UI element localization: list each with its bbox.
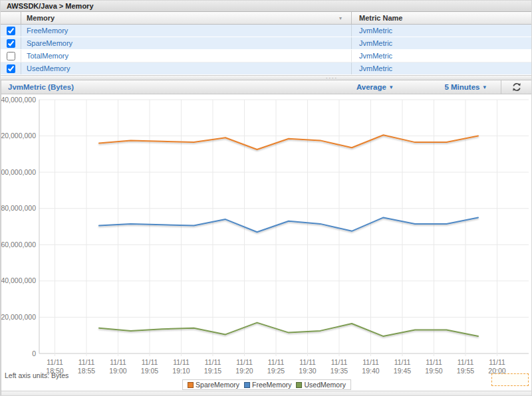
refresh-icon — [511, 82, 522, 92]
svg-text:19:55: 19:55 — [457, 367, 474, 375]
table-row[interactable]: TotalMemory JvmMetric — [1, 50, 532, 62]
svg-text:19:50: 19:50 — [425, 367, 442, 375]
metric-name-link[interactable]: JvmMetric — [359, 52, 392, 60]
svg-text:11/11: 11/11 — [331, 358, 348, 366]
svg-text:19:40: 19:40 — [362, 367, 379, 375]
metric-dimension-link[interactable]: SpareMemory — [27, 39, 72, 47]
svg-text:120,000,000: 120,000,000 — [1, 132, 36, 140]
axis-units-label: Left axis units: Bytes — [5, 371, 68, 379]
svg-text:11/11: 11/11 — [236, 358, 253, 366]
svg-text:40,000,000: 40,000,000 — [1, 276, 36, 284]
legend-swatch-icon — [188, 382, 194, 388]
panel-footer-strip — [1, 391, 532, 396]
svg-text:19:15: 19:15 — [204, 367, 221, 375]
metric-name-link[interactable]: JvmMetric — [359, 39, 392, 47]
svg-text:11/11: 11/11 — [489, 358, 505, 366]
chevron-down-icon: ▾ — [483, 84, 486, 90]
table-row[interactable]: UsedMemory JvmMetric — [1, 62, 532, 75]
column-header-memory[interactable]: Memory ▾ — [21, 12, 351, 24]
cloudwatch-metrics-screen: AWSSDK/Java > Memory Memory ▾ Metric Nam… — [0, 0, 532, 396]
svg-text:18:55: 18:55 — [78, 367, 95, 375]
svg-text:19:35: 19:35 — [331, 367, 348, 375]
table-row[interactable]: SpareMemory JvmMetric — [1, 37, 532, 50]
svg-text:19:20: 19:20 — [235, 367, 253, 375]
metric-table: Memory ▾ Metric Name FreeMemory JvmMetri… — [1, 12, 532, 75]
metric-dimension-link[interactable]: UsedMemory — [27, 64, 70, 72]
svg-text:80,000,000: 80,000,000 — [1, 204, 36, 212]
svg-text:11/11: 11/11 — [394, 358, 411, 366]
chevron-down-icon: ▾ — [390, 84, 393, 90]
pane-resize-handle[interactable]: .... — [1, 75, 532, 80]
svg-text:19:25: 19:25 — [267, 367, 285, 375]
chart-legend: SpareMemory FreeMemory UsedMemory — [182, 379, 351, 390]
svg-text:11/11: 11/11 — [426, 358, 442, 366]
metric-dimension-link[interactable]: FreeMemory — [27, 27, 68, 35]
chart-panel-header: JvmMetric (Bytes) Average ▾ 5 Minutes ▾ — [1, 80, 532, 94]
svg-text:100,000,000: 100,000,000 — [1, 168, 36, 176]
svg-text:19:30: 19:30 — [299, 367, 316, 375]
row-checkbox[interactable] — [7, 52, 15, 60]
table-header-row: Memory ▾ Metric Name — [1, 12, 532, 25]
legend-swatch-icon — [297, 382, 303, 388]
sort-arrow-icon[interactable]: ▾ — [339, 15, 342, 21]
legend-item[interactable]: FreeMemory — [244, 381, 292, 389]
period-dropdown[interactable]: 5 Minutes ▾ — [444, 83, 486, 91]
svg-text:140,000,000: 140,000,000 — [1, 96, 36, 104]
svg-text:19:10: 19:10 — [172, 367, 190, 375]
refresh-button[interactable] — [511, 81, 523, 93]
row-checkbox[interactable] — [7, 39, 15, 48]
svg-text:0: 0 — [32, 349, 36, 357]
grip-dots-icon: .... — [326, 73, 338, 80]
metric-dimension-link[interactable]: TotalMemory — [27, 52, 68, 60]
legend-item[interactable]: SpareMemory — [188, 381, 239, 389]
breadcrumb: AWSSDK/Java > Memory — [1, 1, 532, 12]
svg-text:11/11: 11/11 — [110, 358, 126, 366]
chart-panel: JvmMetric (Bytes) Average ▾ 5 Minutes ▾ — [1, 80, 532, 396]
svg-text:11/11: 11/11 — [362, 358, 379, 366]
refresh-zone — [501, 80, 532, 94]
metrics-line-chart: 020,000,00040,000,00060,000,00080,000,00… — [1, 94, 532, 380]
legend-swatch-icon — [244, 382, 250, 388]
chart-title: JvmMetric (Bytes) — [1, 83, 356, 91]
svg-text:11/11: 11/11 — [173, 358, 190, 366]
svg-text:11/11: 11/11 — [268, 358, 285, 366]
legend-item[interactable]: UsedMemory — [297, 381, 346, 389]
chart-plot-area[interactable]: 020,000,00040,000,00060,000,00080,000,00… — [1, 94, 532, 380]
column-header-metric-name[interactable]: Metric Name — [351, 12, 532, 24]
svg-text:11/11: 11/11 — [299, 358, 316, 366]
svg-text:19:45: 19:45 — [394, 367, 411, 375]
svg-text:19:00: 19:00 — [109, 367, 126, 375]
table-row[interactable]: FreeMemory JvmMetric — [1, 25, 532, 37]
svg-text:11/11: 11/11 — [142, 358, 158, 366]
drop-target-outline — [491, 373, 529, 386]
statistic-dropdown[interactable]: Average ▾ — [356, 83, 393, 91]
svg-text:60,000,000: 60,000,000 — [1, 241, 36, 248]
row-checkbox[interactable] — [7, 27, 15, 35]
svg-text:19:05: 19:05 — [141, 367, 158, 375]
svg-text:20,000,000: 20,000,000 — [1, 313, 36, 321]
svg-text:11/11: 11/11 — [205, 358, 221, 366]
svg-text:11/11: 11/11 — [47, 358, 63, 366]
row-checkbox[interactable] — [7, 64, 15, 73]
metric-name-link[interactable]: JvmMetric — [359, 27, 392, 35]
svg-text:11/11: 11/11 — [78, 358, 95, 366]
svg-text:11/11: 11/11 — [458, 358, 474, 366]
metric-name-link[interactable]: JvmMetric — [359, 64, 392, 72]
